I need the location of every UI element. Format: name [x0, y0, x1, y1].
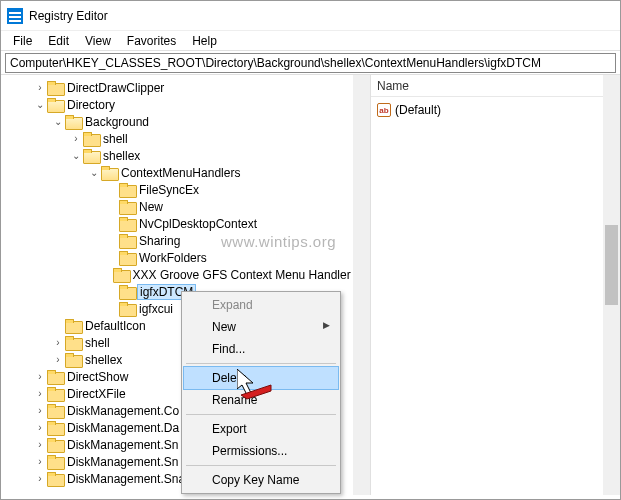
- tree-item[interactable]: XXX Groove GFS Context Menu Handler XX: [5, 266, 370, 283]
- tree-item-label: DiskManagement.Sn: [67, 455, 178, 469]
- tree-item-label: NvCplDesktopContext: [139, 217, 257, 231]
- menu-item-rename[interactable]: Rename: [184, 389, 338, 411]
- values-pane[interactable]: Name ab (Default): [371, 75, 620, 495]
- tree-item-label: FileSyncEx: [139, 183, 199, 197]
- menu-bar: File Edit View Favorites Help: [1, 31, 620, 51]
- menu-separator: [186, 465, 336, 466]
- tree-item-label: shell: [85, 336, 110, 350]
- menu-file[interactable]: File: [5, 32, 40, 50]
- expand-icon[interactable]: ›: [51, 337, 65, 348]
- tree-item-label: igfxcui: [139, 302, 173, 316]
- tree-scrollbar[interactable]: [353, 75, 370, 495]
- expand-icon[interactable]: ›: [33, 388, 47, 399]
- tree-item-label: DiskManagement.Co: [67, 404, 179, 418]
- expand-icon[interactable]: ›: [51, 354, 65, 365]
- folder-icon: [101, 166, 117, 179]
- folder-icon: [119, 217, 135, 230]
- tree-item[interactable]: Sharing: [5, 232, 370, 249]
- folder-icon: [47, 421, 63, 434]
- tree-item-label: shellex: [103, 149, 140, 163]
- tree-item[interactable]: ⌄Directory: [5, 96, 370, 113]
- expand-icon[interactable]: ›: [33, 456, 47, 467]
- menu-item-export[interactable]: Export: [184, 418, 338, 440]
- expand-icon[interactable]: ›: [33, 405, 47, 416]
- folder-icon: [83, 149, 99, 162]
- expand-icon[interactable]: ›: [33, 422, 47, 433]
- folder-icon: [119, 251, 135, 264]
- menu-item-expand: Expand: [184, 294, 338, 316]
- tree-item-label: XXX Groove GFS Context Menu Handler XX: [133, 268, 370, 282]
- folder-icon: [113, 268, 128, 281]
- tree-item-label: DiskManagement.Sn: [67, 438, 178, 452]
- menu-item-delete[interactable]: Delete: [183, 366, 339, 390]
- folder-icon: [47, 387, 63, 400]
- menu-view[interactable]: View: [77, 32, 119, 50]
- context-menu: ExpandNewFind...DeleteRenameExportPermis…: [181, 291, 341, 494]
- expand-icon[interactable]: ›: [33, 439, 47, 450]
- menu-edit[interactable]: Edit: [40, 32, 77, 50]
- folder-icon: [65, 353, 81, 366]
- app-icon: [7, 8, 23, 24]
- folder-icon: [65, 115, 81, 128]
- tree-item[interactable]: ›DirectDrawClipper: [5, 79, 370, 96]
- tree-item[interactable]: WorkFolders: [5, 249, 370, 266]
- menu-item-find[interactable]: Find...: [184, 338, 338, 360]
- menu-separator: [186, 363, 336, 364]
- string-value-icon: ab: [377, 103, 391, 117]
- menu-item-permissions[interactable]: Permissions...: [184, 440, 338, 462]
- address-bar: [1, 51, 620, 75]
- collapse-icon[interactable]: ⌄: [51, 116, 65, 127]
- tree-item-label: shellex: [85, 353, 122, 367]
- folder-icon: [83, 132, 99, 145]
- tree-item[interactable]: ›shell: [5, 130, 370, 147]
- tree-item-label: New: [139, 200, 163, 214]
- expand-icon[interactable]: ›: [33, 371, 47, 382]
- title-bar: Registry Editor: [1, 1, 620, 31]
- tree-item[interactable]: ⌄ContextMenuHandlers: [5, 164, 370, 181]
- folder-icon: [119, 200, 135, 213]
- folder-icon: [119, 183, 135, 196]
- folder-icon: [119, 302, 135, 315]
- folder-icon: [47, 455, 63, 468]
- tree-item-label: ContextMenuHandlers: [121, 166, 240, 180]
- menu-favorites[interactable]: Favorites: [119, 32, 184, 50]
- tree-item-label: DiskManagement.Da: [67, 421, 179, 435]
- folder-icon: [47, 98, 63, 111]
- menu-help[interactable]: Help: [184, 32, 225, 50]
- folder-icon: [65, 336, 81, 349]
- tree-item[interactable]: New: [5, 198, 370, 215]
- tree-item-label: shell: [103, 132, 128, 146]
- folder-icon: [47, 472, 63, 485]
- value-name: (Default): [395, 103, 441, 117]
- folder-icon: [47, 81, 63, 94]
- menu-item-new[interactable]: New: [184, 316, 338, 338]
- menu-separator: [186, 414, 336, 415]
- address-input[interactable]: [5, 53, 616, 73]
- expand-icon[interactable]: ›: [33, 82, 47, 93]
- expand-icon[interactable]: ›: [33, 473, 47, 484]
- tree-item-label: DirectXFile: [67, 387, 126, 401]
- tree-item-label: Background: [85, 115, 149, 129]
- tree-item-label: DefaultIcon: [85, 319, 146, 333]
- expand-icon[interactable]: ›: [69, 133, 83, 144]
- collapse-icon[interactable]: ⌄: [33, 99, 47, 110]
- tree-item[interactable]: FileSyncEx: [5, 181, 370, 198]
- folder-icon: [47, 438, 63, 451]
- collapse-icon[interactable]: ⌄: [69, 150, 83, 161]
- value-row[interactable]: ab (Default): [377, 101, 614, 119]
- menu-item-copy-key-name[interactable]: Copy Key Name: [184, 469, 338, 491]
- tree-item[interactable]: NvCplDesktopContext: [5, 215, 370, 232]
- scrollbar-thumb[interactable]: [605, 225, 618, 305]
- folder-icon: [47, 404, 63, 417]
- tree-item-label: WorkFolders: [139, 251, 207, 265]
- tree-item-label: DirectDrawClipper: [67, 81, 164, 95]
- tree-item-label: Directory: [67, 98, 115, 112]
- values-scrollbar[interactable]: [603, 75, 620, 495]
- tree-item[interactable]: ⌄Background: [5, 113, 370, 130]
- collapse-icon[interactable]: ⌄: [87, 167, 101, 178]
- tree-item[interactable]: ⌄shellex: [5, 147, 370, 164]
- folder-icon: [119, 234, 135, 247]
- column-header-name[interactable]: Name: [371, 75, 620, 97]
- tree-item-label: DirectShow: [67, 370, 128, 384]
- window-title: Registry Editor: [29, 9, 108, 23]
